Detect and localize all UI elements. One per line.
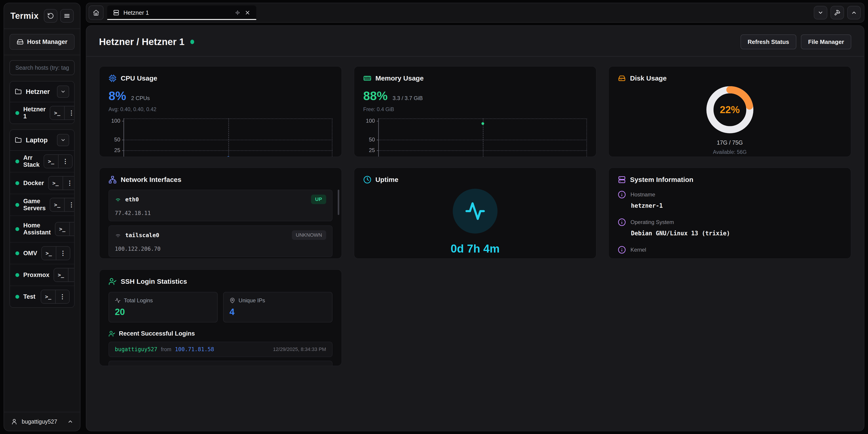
cpu-usage-card: CPU Usage 8% 2 CPUs Avg: 0.40, 0.40, 0.4…	[99, 66, 342, 157]
user-menu[interactable]: bugattiguy527	[4, 412, 80, 431]
interface-list: eth0 UP 77.42.18.11 tailscale0 UNKNOWN 1…	[108, 190, 333, 259]
memory-chart: 100 50 25	[363, 118, 587, 157]
host-row-hetzner-1[interactable]: Hetzner 1 >_ ⋮	[10, 102, 74, 123]
tab-strip: Hetzner 1	[86, 3, 864, 23]
split-view-icon[interactable]	[235, 10, 241, 16]
host-name: OMV	[23, 250, 37, 257]
host-actions: >_ ⋮	[41, 290, 70, 303]
active-tab-indicator	[107, 19, 256, 20]
open-terminal-button[interactable]: >_	[42, 247, 56, 260]
status-badge: UNKNOWN	[292, 230, 326, 240]
server-icon	[113, 9, 119, 16]
system-info-list: Hostname hetzner-1 Operating System Debi…	[618, 191, 842, 259]
kebab-icon: ⋮	[67, 179, 73, 187]
user-icon	[11, 418, 18, 425]
host-menu-button[interactable]: ⋮	[69, 223, 74, 236]
host-menu-button[interactable]: ⋮	[56, 247, 70, 260]
info-label: Hostname	[630, 192, 655, 198]
host-row-test[interactable]: Test >_ ⋮	[10, 286, 74, 307]
host-manager-button[interactable]: Host Manager	[9, 34, 74, 50]
group-collapse-button[interactable]	[57, 134, 69, 146]
host-group-hetzner: Hetzner Hetzner 1 >_ ⋮	[9, 81, 74, 124]
close-tab-icon[interactable]	[245, 10, 250, 16]
host-row-proxmox[interactable]: Proxmox >_ ⋮	[10, 264, 74, 286]
page-header: Hetzner / Hetzner 1 Refresh Status File …	[86, 26, 864, 56]
host-actions: >_ ⋮	[50, 198, 74, 212]
login-ip: 100.71.81.58	[175, 365, 214, 366]
login-user: bugattiguy527	[115, 365, 157, 366]
host-online-dot	[190, 39, 194, 44]
host-menu-button[interactable]: ⋮	[68, 268, 74, 282]
tools-button[interactable]	[831, 6, 844, 20]
menu-button[interactable]	[60, 9, 74, 23]
ssh-login-statistics-card: SSH Login Statistics Total Logins 20	[99, 269, 342, 366]
hammer-icon	[834, 9, 840, 16]
open-terminal-button[interactable]: >_	[49, 176, 63, 190]
host-menu-button[interactable]: ⋮	[64, 198, 74, 211]
system-info-kernel: Kernel 6.12.57+deb13-cloud-amd64	[618, 246, 842, 259]
search-section	[4, 55, 80, 80]
server-icon	[17, 38, 24, 45]
host-menu-button[interactable]: ⋮	[63, 176, 74, 190]
host-row-docker[interactable]: Docker >_ ⋮	[10, 172, 74, 194]
file-manager-button[interactable]: File Manager	[801, 34, 851, 49]
open-terminal-button[interactable]: >_	[50, 198, 64, 211]
recent-login-list: bugattiguy527 from 100.71.81.58 12/29/20…	[108, 342, 333, 366]
open-terminal-button[interactable]: >_	[41, 290, 55, 303]
refresh-status-button[interactable]: Refresh Status	[741, 34, 797, 49]
terminal-icon: >_	[58, 272, 64, 278]
host-status-dot	[16, 295, 19, 299]
open-terminal-button[interactable]: >_	[55, 223, 69, 236]
chevron-up-icon	[67, 418, 73, 425]
terminal-icon: >_	[54, 110, 60, 116]
memory-data-point	[482, 122, 484, 125]
login-row[interactable]: bugattiguy527 from 100.71.81.58 12/29/20…	[108, 342, 333, 357]
interface-row-tailscale0[interactable]: tailscale0 UNKNOWN 100.122.206.70	[108, 225, 333, 257]
chevron-up-icon	[851, 10, 857, 16]
disk-percent: 22%	[706, 86, 754, 134]
network-icon	[108, 176, 117, 184]
host-row-home-assistant[interactable]: Home Assistant >_ ⋮	[10, 216, 74, 242]
card-title: Network Interfaces	[121, 176, 181, 183]
terminal-icon: >_	[54, 202, 60, 208]
collapse-up-button[interactable]	[847, 6, 861, 20]
host-manager-label: Host Manager	[27, 38, 68, 46]
interface-ip: 77.42.18.11	[115, 210, 326, 216]
app-logo: Termix	[10, 11, 39, 21]
tab-hetzner-1[interactable]: Hetzner 1	[107, 5, 256, 20]
host-row-game-servers[interactable]: Game Servers >_ ⋮	[10, 194, 74, 216]
stat-label: Unique IPs	[239, 297, 265, 303]
host-status-dot	[16, 203, 19, 207]
login-row[interactable]: bugattiguy527 from 100.71.81.58 12/29/20…	[108, 361, 333, 366]
group-header[interactable]: Laptop	[10, 130, 74, 151]
kebab-icon: ⋮	[68, 109, 74, 117]
memory-free: Free: 0.4 GiB	[363, 106, 587, 112]
folder-icon	[15, 137, 22, 143]
host-menu-button[interactable]: ⋮	[55, 290, 69, 303]
open-terminal-button[interactable]: >_	[50, 106, 64, 119]
group-header[interactable]: Hetzner	[10, 82, 74, 102]
host-name: Test	[23, 293, 37, 300]
interface-name: eth0	[125, 196, 307, 203]
host-row-omv[interactable]: OMV >_ ⋮	[10, 242, 74, 264]
y-tick: 25	[114, 147, 120, 153]
memory-usage-card: Memory Usage 88% 3.3 / 3.7 GiB Free: 0.4…	[354, 66, 597, 157]
scrollbar-thumb[interactable]	[338, 190, 339, 215]
host-row-arr-stack[interactable]: Arr Stack >_ ⋮	[10, 151, 74, 172]
home-button[interactable]	[89, 5, 103, 20]
open-terminal-button[interactable]: >_	[54, 268, 68, 282]
interface-row-eth0[interactable]: eth0 UP 77.42.18.11	[108, 190, 333, 221]
host-menu-button[interactable]: ⋮	[58, 155, 72, 168]
host-status-dot	[16, 227, 19, 231]
host-status-dot	[16, 181, 19, 185]
cpu-chart: 100 50 25	[108, 118, 333, 157]
host-name: Arr Stack	[23, 154, 39, 168]
collapse-down-button[interactable]	[814, 6, 827, 20]
network-interfaces-card: Network Interfaces eth0 UP 77.42.18.11	[99, 168, 342, 259]
group-collapse-button[interactable]	[57, 86, 69, 98]
login-from-label: from	[161, 366, 171, 366]
search-input[interactable]	[9, 60, 74, 75]
open-terminal-button[interactable]: >_	[44, 155, 58, 168]
refresh-button[interactable]	[44, 9, 57, 23]
host-menu-button[interactable]: ⋮	[64, 106, 74, 119]
